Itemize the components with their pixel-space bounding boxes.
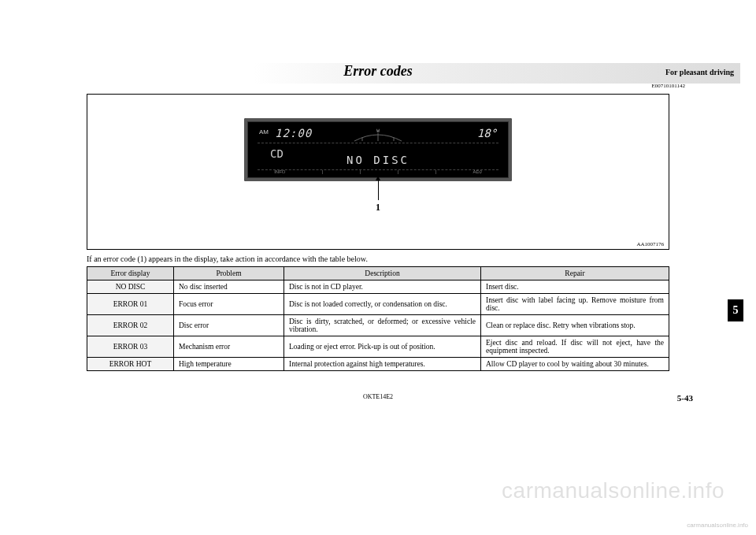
tick-icon: | [322, 169, 324, 174]
tick-icon: | [398, 169, 399, 174]
error-codes-table: Error display Problem Description Repair… [87, 266, 669, 371]
cell-description: Loading or eject error. Pick-up is out o… [284, 336, 481, 358]
cell-problem: High temperature [174, 358, 284, 371]
cell-description: Disc is dirty, scratched, or deformed; o… [284, 315, 481, 336]
figure-code: AA1007176 [636, 241, 664, 247]
cell-description: Disc is not loaded correctly, or condens… [284, 294, 481, 315]
table-row: NO DISC No disc inserted Disc is not in … [87, 281, 669, 294]
cell-problem: Disc error [174, 315, 284, 336]
cell-display: ERROR 03 [87, 336, 174, 358]
cell-display: ERROR 02 [87, 315, 174, 336]
cell-repair: Insert disc with label facing up. Remove… [481, 294, 669, 315]
footer-doc-id: OKTE14E2 [63, 393, 693, 400]
cell-problem: Focus error [174, 294, 284, 315]
col-header: Error display [87, 267, 174, 281]
divider-line [258, 143, 498, 143]
info-label: INFO [274, 169, 285, 174]
display-inner: AM 12:00 W 18° CD NO DISC I [247, 121, 509, 178]
cell-problem: Mechanism error [174, 336, 284, 358]
cd-display-panel: AM 12:00 W 18° CD NO DISC I [244, 118, 512, 181]
page-title: Error codes [63, 63, 693, 80]
col-header: Problem [174, 267, 284, 281]
page-number: 5-43 [677, 393, 693, 403]
section-tab: 5 [728, 299, 743, 321]
table-header-row: Error display Problem Description Repair [87, 267, 669, 281]
cell-problem: No disc inserted [174, 281, 284, 294]
col-header: Repair [481, 267, 669, 281]
adj-label: ADJ [472, 169, 481, 174]
watermark-small: carmanualsonline.info [687, 522, 748, 529]
cell-repair: Insert disc. [481, 281, 669, 294]
error-message-text: NO DISC [346, 154, 410, 166]
table-row: ERROR HOT High temperature Internal prot… [87, 358, 669, 371]
callout-number: 1 [376, 202, 380, 214]
bottom-button-labels: INFO | | | | ADJ [248, 169, 508, 174]
document-code: E00710101142 [63, 83, 685, 89]
cell-display: ERROR 01 [87, 294, 174, 315]
temperature-readout: 18° [477, 127, 497, 139]
cell-repair: Clean or replace disc. Retry when vibrat… [481, 315, 669, 336]
compass-icon: W [346, 127, 410, 143]
cell-display: NO DISC [87, 281, 174, 294]
figure-box: AM 12:00 W 18° CD NO DISC I [87, 94, 669, 250]
svg-text:W: W [376, 128, 380, 133]
watermark-large: carmanualsonline.info [502, 478, 724, 503]
tick-icon: | [435, 169, 437, 174]
table-row: ERROR 02 Disc error Disc is dirty, scrat… [87, 315, 669, 336]
cell-description: Internal protection against high tempera… [284, 358, 481, 371]
cell-description: Disc is not in CD player. [284, 281, 481, 294]
cell-display: ERROR HOT [87, 358, 174, 371]
page-footer: OKTE14E2 5-43 [63, 393, 693, 400]
table-row: ERROR 01 Focus error Disc is not loaded … [87, 294, 669, 315]
cell-repair: Allow CD player to cool by waiting about… [481, 358, 669, 371]
callout-arrow-icon [378, 176, 379, 200]
intro-text: If an error code (1) appears in the disp… [87, 254, 693, 263]
ampm-indicator: AM [259, 128, 269, 136]
table-row: ERROR 03 Mechanism error Loading or ejec… [87, 336, 669, 358]
clock-readout: 12:00 [275, 127, 312, 139]
mode-indicator: CD [270, 147, 284, 160]
page-content: Error codes E00710101142 AM 12:00 W 18° [63, 63, 693, 400]
col-header: Description [284, 267, 481, 281]
tick-icon: | [360, 169, 361, 174]
cell-repair: Eject disc and reload. If disc will not … [481, 336, 669, 358]
